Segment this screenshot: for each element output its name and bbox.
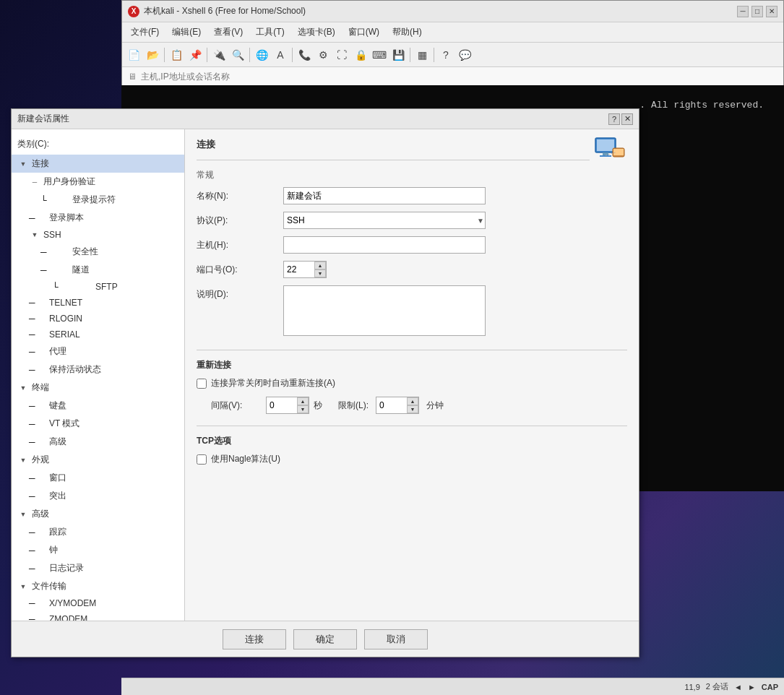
tree-item-advanced[interactable]: ─ 高级 (12, 433, 184, 451)
toolbar-paste[interactable]: 📌 (186, 46, 204, 64)
dialog-close-button[interactable]: ✕ (621, 113, 633, 125)
indent-window: ─ (29, 473, 46, 483)
tree-item-keyboard[interactable]: ─ 键盘 (12, 397, 184, 415)
tree-label-terminal: 终端 (29, 381, 52, 394)
menu-tools[interactable]: 工具(T) (250, 25, 290, 40)
connect-button[interactable]: 连接 (223, 629, 286, 649)
dialog-title: 新建会话属性 (17, 113, 69, 125)
tree-item-sftp[interactable]: └ SFTP (12, 279, 184, 295)
expand-terminal[interactable]: ▼ (17, 382, 29, 394)
menu-view[interactable]: 查看(V) (208, 25, 249, 40)
tree-item-window[interactable]: ─ 窗口 (12, 469, 184, 487)
tree-item-ssh[interactable]: ▼ SSH (12, 227, 184, 243)
limit-spin-down[interactable]: ▼ (407, 405, 418, 413)
nagle-checkbox[interactable] (197, 454, 207, 465)
nav-next[interactable]: ► (748, 683, 756, 691)
port-spin-down[interactable]: ▼ (314, 269, 326, 277)
toolbar-expand[interactable]: ⛶ (333, 46, 350, 64)
tree-item-zmodem[interactable]: ─ ZMODEM (12, 611, 184, 621)
toolbar-open[interactable]: 📂 (144, 46, 161, 64)
dialog-help-button[interactable]: ? (608, 113, 620, 125)
tree-label-connect: 连接 (29, 157, 52, 170)
toolbar-lock[interactable]: 🔒 (352, 46, 369, 64)
nav-prev[interactable]: ◄ (734, 683, 742, 691)
toolbar-layout[interactable]: ▦ (413, 46, 431, 64)
toolbar-globe[interactable]: 🌐 (253, 46, 270, 64)
port-group: 端口号(O): ▲ ▼ (197, 261, 627, 278)
close-button[interactable]: ✕ (766, 6, 777, 17)
protocol-select-wrapper: SSH TELNET RLOGIN SERIAL SFTP ▼ (283, 212, 486, 229)
tree-item-trace[interactable]: ─ 跟踪 (12, 523, 184, 541)
toolbar-new[interactable]: 📄 (125, 46, 142, 64)
tree-item-terminal[interactable]: ▼ 终端 (12, 379, 184, 397)
host-group: 主机(H): (197, 236, 627, 254)
limit-spin-up[interactable]: ▲ (407, 397, 418, 405)
tree-item-rlogin[interactable]: ─ RLOGIN (12, 311, 184, 327)
auto-reconnect-checkbox[interactable] (197, 379, 207, 389)
tree-item-user-auth[interactable]: ─ 用户身份验证 (12, 173, 184, 191)
tree-item-log[interactable]: ─ 日志记录 (12, 559, 184, 577)
tree-item-login-prompt[interactable]: └ 登录提示符 (12, 191, 184, 209)
tree-item-serial[interactable]: ─ SERIAL (12, 327, 184, 342)
cancel-button[interactable]: 取消 (364, 629, 428, 649)
host-input[interactable] (283, 236, 486, 254)
menu-edit[interactable]: 编辑(E) (166, 25, 207, 40)
minimize-button[interactable]: ─ (737, 6, 749, 17)
port-label: 端口号(O): (197, 264, 283, 276)
expand-ssh[interactable]: ▼ (29, 229, 40, 241)
interval-spin-down[interactable]: ▼ (297, 405, 309, 413)
toolbar-copy[interactable]: 📋 (168, 46, 185, 64)
toolbar-chat[interactable]: 💬 (456, 46, 473, 64)
name-input[interactable] (283, 187, 486, 204)
menu-file[interactable]: 文件(F) (125, 25, 165, 40)
tree-item-xymodem[interactable]: ─ X/YMODEM (12, 595, 184, 611)
port-spin-up[interactable]: ▲ (314, 262, 326, 269)
protocol-label: 协议(P): (197, 215, 283, 227)
tree-item-proxy[interactable]: ─ 代理 (12, 342, 184, 361)
maximize-button[interactable]: □ (751, 6, 763, 17)
tree-item-highlight[interactable]: ─ 突出 (12, 487, 184, 505)
tree-item-tunnel[interactable]: ─ 隧道 (12, 261, 184, 279)
toolbar-sep-3 (249, 48, 250, 62)
menu-bar: 文件(F) 编辑(E) 查看(V) 工具(T) 选项卡(B) 窗口(W) 帮助(… (122, 22, 783, 43)
expand-advanced2[interactable]: ▼ (17, 509, 29, 520)
toolbar-settings[interactable]: ⚙ (314, 46, 332, 64)
menu-window[interactable]: 窗口(W) (343, 25, 385, 40)
tree-item-connect[interactable]: ▼ 连接 (12, 155, 184, 173)
expand-appearance[interactable]: ▼ (17, 454, 29, 466)
tree-item-advanced2[interactable]: ▼ 高级 (12, 505, 184, 523)
toolbar-search[interactable]: 🔍 (229, 46, 246, 64)
toolbar-connect[interactable]: 🔌 (210, 46, 228, 64)
address-input[interactable] (141, 72, 777, 82)
tree-item-login-script[interactable]: ─ 登录脚本 (12, 209, 184, 227)
expand-file-transfer[interactable]: ▼ (17, 581, 29, 592)
tcp-section: TCP选项 使用Nagle算法(U) (197, 426, 627, 465)
toolbar-phone[interactable]: 📞 (296, 46, 313, 64)
tree-item-clock[interactable]: ─ 钟 (12, 541, 184, 559)
tree-item-appearance[interactable]: ▼ 外观 (12, 451, 184, 469)
tree-label-highlight: 突出 (46, 489, 69, 503)
title-bar-left: X 本机kali - Xshell 6 (Free for Home/Schoo… (128, 5, 306, 17)
tree-item-security[interactable]: ─ 安全性 (12, 243, 184, 261)
indent-keepalive: ─ (29, 365, 46, 375)
expand-connect[interactable]: ▼ (17, 158, 29, 170)
indent-log: ─ (29, 564, 46, 574)
description-input[interactable] (283, 285, 486, 336)
tree-item-vt-mode[interactable]: ─ VT 模式 (12, 415, 184, 433)
tree-label-advanced: 高级 (46, 435, 69, 449)
toolbar-help[interactable]: ? (437, 46, 455, 64)
toolbar-save[interactable]: 💾 (389, 46, 407, 64)
protocol-select[interactable]: SSH TELNET RLOGIN SERIAL SFTP (283, 212, 486, 229)
tree-item-telnet[interactable]: ─ TELNET (12, 295, 184, 311)
indent-sftp: └ (52, 282, 92, 292)
menu-tabs[interactable]: 选项卡(B) (292, 25, 341, 40)
tree-item-file-transfer[interactable]: ▼ 文件传输 (12, 577, 184, 595)
ok-button[interactable]: 确定 (293, 629, 357, 649)
toolbar-keyboard[interactable]: ⌨ (371, 46, 388, 64)
toolbar-font[interactable]: A (272, 46, 289, 64)
menu-help[interactable]: 帮助(H) (387, 25, 428, 40)
interval-spin-up[interactable]: ▲ (297, 397, 309, 405)
window-title: 本机kali - Xshell 6 (Free for Home/School) (144, 5, 306, 17)
tree-item-keepalive[interactable]: ─ 保持活动状态 (12, 361, 184, 379)
port-spinner: ▲ ▼ (283, 261, 327, 278)
